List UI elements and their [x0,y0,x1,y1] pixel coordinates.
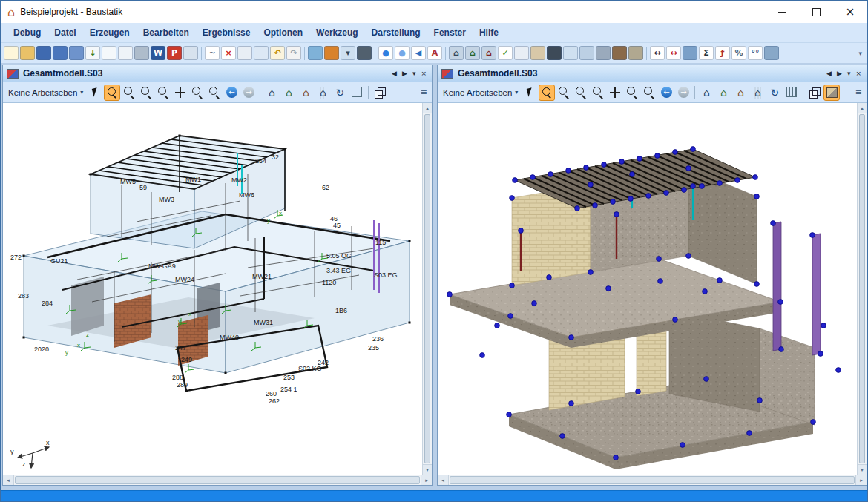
print-icon[interactable] [134,46,149,60]
image-frame-icon[interactable] [308,46,323,60]
left-viewport[interactable]: 25432MW559MW1MW262MW6MW34645115272GU215.… [3,103,432,475]
close-button[interactable]: × [833,1,867,23]
workplane-dropdown[interactable]: Keine Arbeitseben ▾ [6,87,87,99]
right-horizontal-scrollbar[interactable]: ◂ ▸ [438,475,867,485]
menu-fenster[interactable]: Fenster [427,25,473,40]
delete-icon[interactable]: × [221,46,236,60]
table-edit-icon[interactable] [324,46,339,60]
measure-icon[interactable]: ↔ [650,46,665,60]
copy-image-icon[interactable] [183,46,198,60]
nav-previous-icon[interactable]: ◀ [411,46,426,60]
menu-ergebnisse[interactable]: Ergebnisse [196,25,257,40]
confirm-icon[interactable]: ✓ [498,46,513,60]
zoom-out-button[interactable] [138,85,154,101]
scroll-thumb[interactable] [859,114,865,463]
undo-icon[interactable]: ↶ [270,46,285,60]
menu-erzeugen[interactable]: Erzeugen [83,25,137,40]
axes-3d-icon[interactable] [514,46,529,60]
scroll-up-button[interactable]: ▴ [423,103,432,113]
menu-bearbeiten[interactable]: Bearbeiten [137,25,196,40]
roof-tool-icon[interactable] [612,46,627,60]
building-mode-2-button[interactable] [715,85,731,101]
rotate-view-button[interactable] [766,85,783,101]
stairs-tool-icon[interactable] [628,46,643,60]
zoom-in-button[interactable] [121,85,137,101]
right-toolbar-overflow-button[interactable]: ≡ [854,87,864,97]
scroll-down-button[interactable]: ▾ [423,464,432,475]
page-zoom-icon[interactable] [118,46,133,60]
select-cursor-button[interactable] [522,85,538,101]
percent-tool-icon[interactable]: % [731,46,746,60]
word-export-icon[interactable]: W [151,46,165,60]
view-forward-button[interactable] [240,85,257,101]
view-3d-button[interactable] [806,85,823,101]
scroll-left-button[interactable]: ◂ [438,475,449,485]
scroll-right-button[interactable]: ▸ [855,475,867,485]
annotation-icon[interactable]: A [427,46,442,60]
scroll-up-button[interactable]: ▴ [858,103,867,113]
zoom-in-button[interactable] [556,85,572,101]
zoom-out-button[interactable] [573,85,589,101]
window-menu-button[interactable]: ▾ [847,70,851,77]
window-titlebar[interactable]: ⌂ Beispielprojekt - Baustatik × [1,1,867,23]
home-view-button[interactable] [297,85,314,101]
sphere-zoom-icon[interactable]: ● [395,46,410,60]
left-toolbar-overflow-button[interactable]: ≡ [419,87,429,97]
page-import-icon[interactable]: ↓ [85,46,100,60]
menu-optionen[interactable]: Optionen [257,25,309,40]
menu-werkzeug[interactable]: Werkzeug [309,25,364,40]
pan-button[interactable] [607,85,623,101]
render-sphere-icon[interactable]: ● [378,46,393,60]
window-menu-button[interactable]: ▾ [412,70,416,77]
view-back-button[interactable] [223,85,240,101]
render-mode-button[interactable] [823,85,840,101]
building-mode-1-button[interactable] [263,85,280,101]
scroll-thumb[interactable] [424,114,430,463]
right-viewport[interactable]: ▴ ▾ [438,103,867,475]
lasso-select-icon[interactable]: ~ [205,46,220,60]
view-forward-button[interactable] [675,85,691,101]
monitor-icon[interactable] [547,46,562,60]
redo-icon[interactable]: ↷ [286,46,301,60]
left-vertical-scrollbar[interactable]: ▴ ▾ [422,103,432,475]
maximize-button[interactable] [799,1,833,23]
zoom-window-button[interactable] [539,85,555,101]
zoom-window-button[interactable] [104,85,120,101]
new-document-icon[interactable] [4,46,19,60]
view-3d-button[interactable] [372,85,388,101]
save-icon[interactable] [36,46,51,60]
page-view-icon[interactable] [102,46,116,60]
close-window-button[interactable]: × [855,70,861,77]
grid-toggle-button[interactable] [349,85,365,101]
storey-plan-button[interactable] [315,85,331,101]
formula-fx-icon[interactable]: ƒ [715,46,730,60]
building-view-1-icon[interactable]: ⌂ [449,46,464,60]
left-pane-titlebar[interactable]: Gesamtmodell.S03 ◀▶▾× [3,65,432,82]
scroll-thumb[interactable] [15,476,420,484]
zoom-all-button[interactable] [155,85,171,101]
previous-window-button[interactable]: ◀ [392,70,397,77]
building-view-2-icon[interactable]: ⌂ [465,46,480,60]
storey-plan-button[interactable] [749,85,766,101]
left-horizontal-scrollbar[interactable]: ◂ ▸ [3,475,432,485]
menu-datei[interactable]: Datei [47,25,82,40]
select-cursor-button[interactable] [87,85,103,101]
link-nodes-icon[interactable] [764,46,779,60]
cut-icon[interactable] [237,46,252,60]
table-a-icon[interactable] [563,46,578,60]
previous-window-button[interactable]: ◀ [826,70,832,77]
scroll-thumb[interactable] [450,476,855,484]
save-all-icon[interactable] [69,46,84,60]
columns-tool-icon[interactable] [596,46,611,60]
pdf-export-icon[interactable]: P [167,46,182,60]
open-folder-icon[interactable] [20,46,35,60]
scroll-down-button[interactable]: ▾ [858,464,867,475]
save-as-icon[interactable] [53,46,68,60]
sum-tool-icon[interactable]: Σ [699,46,714,60]
toolbar-overflow-button[interactable]: ▾ [856,50,864,57]
grid-toggle-button[interactable] [783,85,800,101]
close-window-button[interactable]: × [421,70,427,77]
menu-hilfe[interactable]: Hilfe [473,25,505,40]
zoom-next-button[interactable] [206,85,223,101]
zoom-previous-button[interactable] [624,85,640,101]
